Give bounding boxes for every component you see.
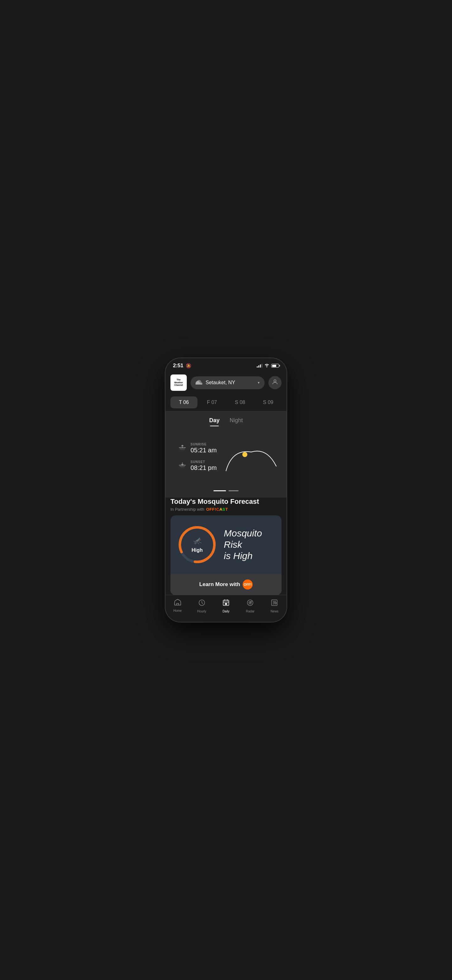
radar-icon (247, 599, 254, 608)
daily-icon (222, 599, 230, 608)
location-name: Setauket, NY (205, 380, 255, 385)
signal-bars (257, 364, 263, 368)
sunset-text: SUNSET 08:21 pm (191, 460, 216, 471)
nav-hourly-label: Hourly (197, 609, 206, 613)
nav-daily[interactable]: Daily (214, 599, 238, 613)
partnership-text: In Partnership with (170, 507, 204, 512)
nav-radar[interactable]: Radar (238, 599, 263, 613)
signal-bar-4 (261, 364, 263, 368)
signal-bar-2 (258, 365, 259, 368)
sun-info: SUNRISE 05:21 am (178, 442, 216, 471)
pagination-dot-1 (213, 490, 226, 491)
status-icons (257, 363, 279, 368)
learn-more-button[interactable]: Learn More with OFF! (170, 574, 282, 595)
nav-news-label: News (271, 609, 279, 613)
day-tab-thu[interactable]: T 06 (170, 396, 197, 408)
svg-rect-14 (275, 602, 276, 604)
day-night-tabs: Day Night (166, 417, 286, 430)
day-night-section: Day Night (166, 411, 286, 498)
main-content: Day Night (166, 411, 286, 622)
svg-text:🦟: 🦟 (193, 536, 202, 545)
night-tab-toggle[interactable]: Night (230, 417, 243, 426)
mosquito-card: 🦟 High Mosquito Risk is High (170, 515, 282, 595)
news-icon (271, 599, 278, 608)
nav-home[interactable]: Home (166, 599, 189, 613)
mosquito-section: Today's Mosquito Forecast In Partnership… (166, 498, 286, 601)
risk-text: Mosquito Risk is High (224, 528, 275, 562)
sunrise-icon (178, 442, 187, 452)
learn-more-text: Learn More with (199, 581, 240, 588)
bottom-nav: Home Hourly (166, 595, 286, 622)
offcast-logo: OFF!CAST (206, 507, 228, 512)
signal-bar-3 (260, 364, 261, 368)
mosquito-risk-area: 🦟 High Mosquito Risk is High (170, 515, 282, 574)
cloud-icon (196, 380, 202, 386)
sunset-row: SUNSET 08:21 pm (178, 460, 216, 471)
risk-title: Mosquito Risk is High (224, 528, 275, 562)
svg-point-0 (274, 380, 276, 382)
sunrise-row: SUNRISE 05:21 am (178, 442, 216, 454)
day-tab-fri[interactable]: F 07 (199, 396, 226, 408)
phone-screen: 2:51 🔕 (166, 358, 286, 622)
profile-button[interactable] (268, 376, 282, 389)
battery-icon (271, 364, 279, 368)
nav-hourly[interactable]: Hourly (189, 599, 214, 613)
risk-gauge: 🦟 High (177, 524, 218, 565)
mosquito-title: Today's Mosquito Forecast (170, 498, 282, 506)
day-tab-toggle[interactable]: Day (209, 417, 220, 426)
day-tab-sat[interactable]: S 08 (227, 396, 254, 408)
nav-daily-label: Daily (223, 609, 229, 613)
svg-rect-7 (225, 603, 227, 605)
day-tab-sun[interactable]: S 09 (255, 396, 282, 408)
risk-level-label: High (191, 547, 203, 553)
battery-fill (272, 365, 276, 367)
sunset-icon (178, 460, 187, 469)
sunset-icon-label: SUNSET 08:21 pm (178, 460, 216, 471)
partnership-line: In Partnership with OFF!CAST (170, 507, 282, 512)
logo-text: The Weather Channel (174, 379, 183, 387)
sun-arc (223, 442, 279, 474)
sunrise-text: SUNRISE 05:21 am (191, 442, 216, 454)
status-bar: 2:51 🔕 (166, 358, 286, 371)
sun-arc-svg (223, 442, 279, 474)
pagination-dot-2 (229, 490, 239, 491)
logo-box: The Weather Channel (170, 374, 187, 391)
nav-news[interactable]: News (263, 599, 286, 613)
off-badge: OFF! (243, 579, 253, 590)
header: The Weather Channel Setauket, NY ▾ (166, 371, 286, 394)
phone-container: 2:51 🔕 (165, 358, 287, 622)
signal-bar-1 (257, 366, 258, 368)
gauge-center: 🦟 High (191, 536, 203, 553)
hourly-icon (198, 599, 205, 608)
location-pill[interactable]: Setauket, NY ▾ (191, 376, 264, 389)
day-tabs: T 06 F 07 S 08 S 09 (166, 394, 286, 411)
mosquito-icon: 🦟 (192, 536, 202, 546)
home-icon (173, 599, 182, 608)
status-time: 2:51 (173, 363, 183, 369)
bell-icon: 🔕 (186, 363, 191, 368)
sunrise-icon-label: SUNRISE 05:21 am (178, 442, 216, 454)
chevron-down-icon: ▾ (258, 380, 259, 385)
svg-point-1 (242, 452, 247, 457)
pagination (166, 487, 286, 498)
sun-card: SUNRISE 05:21 am (170, 435, 282, 482)
wifi-icon (264, 363, 269, 368)
nav-radar-label: Radar (246, 609, 255, 613)
nav-home-label: Home (173, 609, 182, 612)
mosquito-header: Today's Mosquito Forecast In Partnership… (170, 498, 282, 512)
profile-icon (272, 379, 279, 387)
